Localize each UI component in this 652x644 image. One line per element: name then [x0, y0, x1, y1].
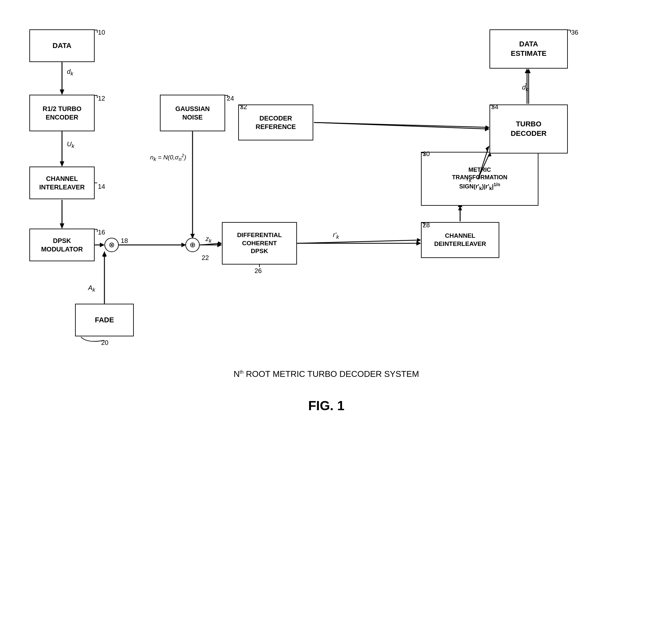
turbo-decoder-block: TURBODECODER	[489, 104, 568, 154]
multiply-symbol: ⊗	[104, 238, 119, 252]
svg-marker-25	[485, 127, 489, 131]
svg-marker-27	[525, 69, 529, 73]
dpsk-modulator-block: DPSKMODULATOR	[29, 229, 94, 261]
ref-26: 26	[254, 267, 262, 275]
add-symbol: ⊕	[185, 238, 200, 252]
rk-prime-label: r'k	[333, 231, 339, 240]
ref-36: 36	[571, 29, 578, 36]
ref-14: 14	[98, 183, 105, 190]
svg-marker-15	[217, 243, 222, 247]
ref-24: 24	[227, 95, 234, 102]
svg-marker-49	[486, 146, 489, 152]
dk-label: dk	[67, 68, 73, 77]
caption-fig: FIG. 1	[228, 398, 424, 413]
svg-marker-7	[100, 243, 104, 247]
differential-coherent-dpsk-block: DIFFERENTIALCOHERENTDPSK	[222, 222, 297, 264]
nk-label: nk = N(0,σn2)	[150, 153, 186, 162]
svg-marker-29	[60, 90, 64, 95]
ref-30: 30	[423, 150, 430, 158]
svg-line-24	[314, 123, 489, 129]
svg-marker-47	[458, 206, 462, 210]
svg-marker-3	[60, 161, 64, 166]
turbo-encoder-block: R1/2 TURBOENCODER	[29, 95, 94, 131]
svg-marker-51	[486, 125, 489, 129]
ref-32: 32	[240, 103, 247, 111]
zk-label: zk	[206, 235, 212, 244]
svg-marker-9	[102, 252, 107, 256]
ref-34: 34	[491, 103, 498, 111]
gaussian-noise-block: GAUSSIANNOISE	[160, 95, 225, 131]
data-estimate-block: DATAESTIMATE	[489, 29, 568, 69]
svg-marker-35	[101, 243, 104, 247]
rk-label: rk	[467, 175, 471, 184]
svg-line-44	[298, 240, 420, 243]
svg-marker-31	[60, 162, 64, 166]
ref-20: 20	[101, 339, 108, 346]
channel-interleaver-block: CHANNELINTERLEAVER	[29, 166, 94, 199]
svg-marker-41	[191, 234, 194, 238]
ref-28: 28	[423, 222, 430, 229]
ref-10: 10	[98, 29, 105, 36]
svg-marker-1	[60, 89, 64, 95]
svg-marker-45	[417, 238, 421, 242]
svg-marker-53	[527, 69, 531, 73]
svg-marker-43	[218, 241, 222, 245]
ref-16: 16	[98, 229, 105, 236]
ref-22: 22	[202, 254, 209, 262]
svg-line-50	[314, 123, 489, 127]
fade-block: FADE	[75, 304, 134, 336]
decoder-reference-block: DECODERREFERENCE	[238, 104, 313, 140]
dk-hat-label: d̂k	[521, 83, 528, 93]
svg-marker-5	[60, 223, 64, 229]
svg-marker-33	[60, 224, 64, 229]
svg-marker-39	[182, 243, 185, 247]
diagram-container: DATA 10 R1/2 TURBOENCODER 12 CHANNELINTE…	[0, 0, 652, 644]
ref-18: 18	[121, 237, 128, 244]
svg-marker-17	[416, 241, 421, 246]
data-block: DATA	[29, 29, 94, 62]
ref-12: 12	[98, 95, 105, 102]
ak-label: Ak	[88, 284, 95, 293]
channel-deinterleaver-block: CHANNELDEINTERLEAVER	[421, 222, 499, 258]
uk-label: Uk	[67, 140, 74, 150]
svg-marker-37	[103, 252, 106, 257]
metric-transformation-block: METRICTRANSFORMATIONSIGN(r'k)|r'k|1/n	[421, 152, 538, 206]
caption-main: Nth ROOT METRIC TURBO DECODER SYSTEM	[131, 369, 522, 379]
